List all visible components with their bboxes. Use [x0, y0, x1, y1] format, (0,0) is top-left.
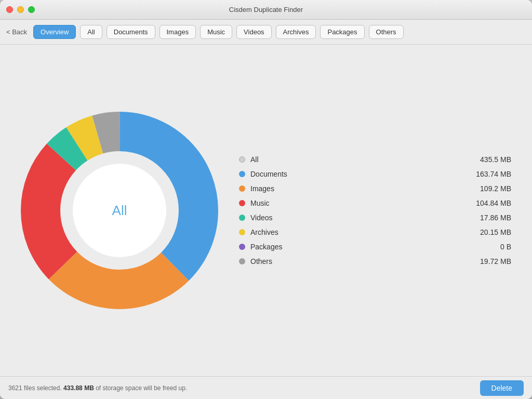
legend-dot-music: [239, 200, 245, 206]
tab-all[interactable]: All: [80, 25, 102, 39]
legend-row-documents: Documents 163.74 MB: [239, 170, 511, 178]
minimize-button[interactable]: [17, 6, 24, 13]
legend-dot-images: [239, 185, 245, 192]
chart-center-label: All: [73, 164, 166, 257]
legend-value-all: 435.5 MB: [470, 155, 511, 164]
storage-size: 433.88 MB: [63, 384, 94, 392]
legend-row-music: Music 104.84 MB: [239, 199, 511, 207]
legend-label-videos: Videos: [250, 214, 297, 222]
legend-label-archives: Archives: [250, 228, 297, 236]
tab-music[interactable]: Music: [200, 25, 232, 39]
tab-videos[interactable]: Videos: [236, 25, 272, 39]
legend-value-videos: 17.86 MB: [470, 214, 511, 222]
legend-row-others: Others 19.72 MB: [239, 257, 511, 265]
maximize-button[interactable]: [28, 6, 35, 13]
tab-images[interactable]: Images: [159, 25, 196, 39]
legend-label-music: Music: [250, 199, 297, 207]
legend-value-others: 19.72 MB: [470, 257, 511, 265]
legend-value-images: 109.2 MB: [470, 184, 511, 193]
status-bar: 3621 files selected. 433.88 MB of storag…: [0, 376, 532, 399]
legend-row-all: All 435.5 MB: [239, 155, 511, 164]
legend-row-images: Images 109.2 MB: [239, 184, 511, 193]
legend-dot-documents: [239, 171, 245, 177]
legend-row-packages: Packages 0 B: [239, 243, 511, 251]
main-content: All All 435.5 MB Documents 163.74 MB Ima…: [0, 45, 532, 376]
title-bar: Cisdem Duplicate Finder: [0, 0, 532, 20]
traffic-lights: [6, 6, 35, 13]
chart-area: All: [21, 112, 218, 309]
window-title: Cisdem Duplicate Finder: [229, 6, 303, 14]
tab-packages[interactable]: Packages: [320, 25, 364, 39]
back-button[interactable]: < Back: [6, 28, 27, 36]
legend-row-videos: Videos 17.86 MB: [239, 214, 511, 222]
legend-value-documents: 163.74 MB: [470, 170, 511, 178]
legend-label-images: Images: [250, 184, 297, 193]
tab-overview[interactable]: Overview: [33, 25, 76, 39]
legend-value-music: 104.84 MB: [470, 199, 511, 207]
legend-dot-archives: [239, 229, 245, 235]
legend-dot-videos: [239, 215, 245, 221]
toolbar: < Back Overview All Documents Images Mus…: [0, 20, 532, 45]
legend-value-packages: 0 B: [470, 243, 511, 251]
tab-documents[interactable]: Documents: [107, 25, 155, 39]
delete-button[interactable]: Delete: [480, 380, 524, 396]
close-button[interactable]: [6, 6, 13, 13]
legend-dot-all: [239, 156, 245, 163]
app-window: Cisdem Duplicate Finder < Back Overview …: [0, 0, 532, 399]
legend-label-documents: Documents: [250, 170, 297, 178]
legend-value-archives: 20.15 MB: [470, 228, 511, 236]
legend-label-others: Others: [250, 257, 297, 265]
legend-dot-packages: [239, 244, 245, 250]
legend-dot-others: [239, 258, 245, 264]
size-label: of storage space will be freed up.: [96, 384, 187, 392]
status-text: 3621 files selected. 433.88 MB of storag…: [8, 384, 480, 392]
legend-row-archives: Archives 20.15 MB: [239, 228, 511, 236]
legend-label-packages: Packages: [250, 243, 297, 251]
files-label: files selected.: [24, 384, 62, 392]
tab-others[interactable]: Others: [369, 25, 404, 39]
legend-label-all: All: [250, 155, 297, 164]
files-count: 3621: [8, 384, 22, 392]
legend-area: All 435.5 MB Documents 163.74 MB Images …: [218, 155, 511, 265]
tab-archives[interactable]: Archives: [276, 25, 316, 39]
